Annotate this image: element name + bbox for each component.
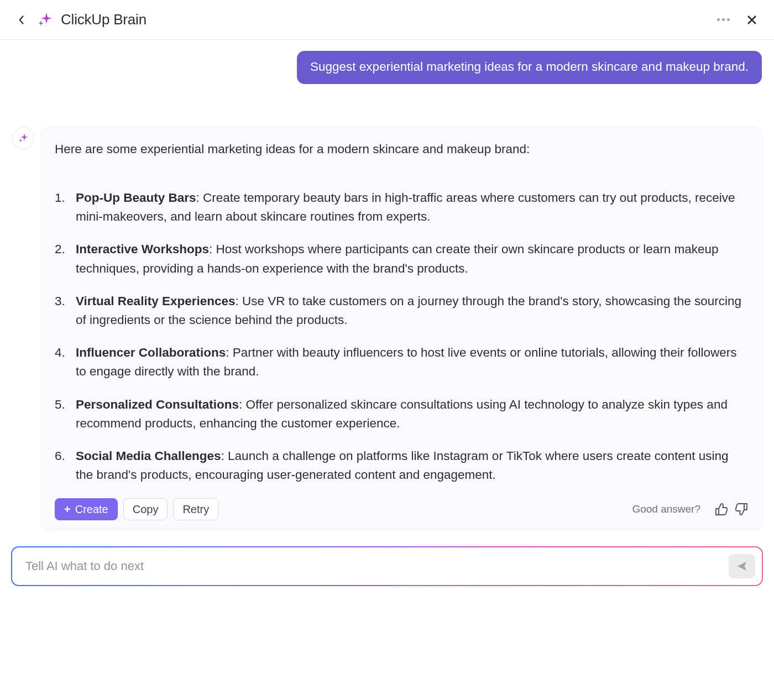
ai-intro-text: Here are some experiential marketing ide… (55, 142, 749, 156)
list-item: Virtual Reality Experiences: Use VR to t… (55, 292, 749, 330)
send-button[interactable] (729, 554, 755, 578)
list-item: Pop-Up Beauty Bars: Create temporary bea… (55, 189, 749, 226)
copy-button[interactable]: Copy (123, 498, 168, 520)
create-button[interactable]: + Create (55, 498, 118, 520)
create-button-label: Create (75, 503, 108, 516)
list-item-title: Personalized Consultations (76, 398, 239, 411)
feedback-label: Good answer? (632, 503, 700, 515)
header: ClickUp Brain (0, 0, 774, 40)
more-icon (717, 18, 730, 21)
user-message: Suggest experiential marketing ideas for… (297, 51, 762, 84)
list-item-title: Pop-Up Beauty Bars (76, 191, 196, 205)
composer-input[interactable] (24, 558, 729, 574)
list-item: Personalized Consultations: Offer person… (55, 395, 749, 433)
list-item: Interactive Workshops: Host workshops wh… (55, 240, 749, 278)
thumbs-down-icon (735, 503, 748, 516)
close-icon (747, 15, 757, 25)
ai-message-row: Here are some experiential marketing ide… (11, 127, 763, 531)
composer (11, 546, 763, 586)
ai-avatar (12, 127, 34, 149)
action-bar: + Create Copy Retry Good answer? (55, 498, 749, 520)
plus-icon: + (64, 503, 71, 516)
more-button[interactable] (714, 11, 732, 29)
retry-button[interactable]: Retry (173, 498, 218, 520)
list-item-title: Influencer Collaborations (76, 346, 226, 359)
close-button[interactable] (743, 11, 761, 29)
chat-area: Suggest experiential marketing ideas for… (0, 40, 774, 531)
list-item-title: Social Media Challenges (76, 449, 221, 463)
back-button[interactable] (12, 11, 30, 29)
send-icon (736, 560, 748, 572)
sparkle-icon (35, 11, 54, 29)
list-item: Social Media Challenges: Launch a challe… (55, 447, 749, 484)
list-item-title: Interactive Workshops (76, 242, 209, 256)
composer-area (0, 531, 774, 586)
ai-ideas-list: Pop-Up Beauty Bars: Create temporary bea… (55, 189, 749, 484)
list-item-title: Virtual Reality Experiences (76, 294, 235, 308)
app-title: ClickUp Brain (61, 11, 147, 28)
retry-button-label: Retry (182, 503, 209, 516)
copy-button-label: Copy (133, 503, 159, 516)
sparkle-icon (18, 133, 29, 144)
thumbs-up-button[interactable] (714, 502, 729, 517)
ai-message: Here are some experiential marketing ide… (41, 127, 763, 531)
list-item: Influencer Collaborations: Partner with … (55, 343, 749, 381)
thumbs-up-icon (715, 503, 728, 516)
thumbs-down-button[interactable] (734, 502, 749, 517)
user-message-row: Suggest experiential marketing ideas for… (11, 51, 762, 84)
